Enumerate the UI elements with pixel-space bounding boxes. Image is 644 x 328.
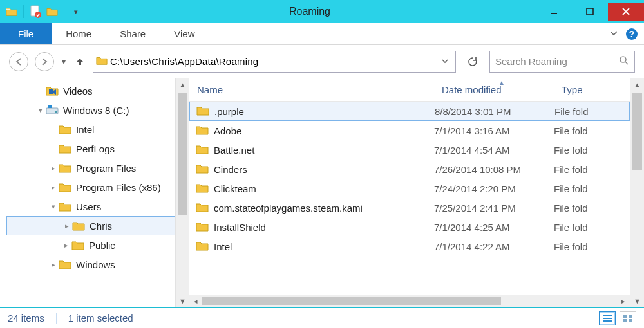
forward-button[interactable]: [35, 52, 54, 71]
svg-rect-17: [623, 319, 627, 322]
window-title: Roaming: [84, 6, 536, 17]
ribbon: File Home Share View ?: [0, 23, 644, 45]
maximize-button[interactable]: [572, 3, 608, 21]
minimize-button[interactable]: [536, 3, 572, 21]
back-button[interactable]: [9, 52, 28, 71]
svg-rect-15: [623, 315, 627, 318]
search-icon: [619, 55, 629, 68]
folder-icon: [196, 144, 209, 156]
tree-item-label: Public: [89, 240, 115, 251]
tree-item[interactable]: ▸Chris: [6, 216, 175, 235]
table-row[interactable]: Battle.net7/1/2014 4:54 AMFile fold: [189, 140, 630, 159]
help-icon[interactable]: ?: [626, 28, 638, 40]
file-name: com.stateofplaygames.steam.kami: [214, 203, 363, 214]
svg-point-6: [620, 57, 626, 62]
svg-rect-9: [46, 108, 58, 114]
column-header-name[interactable]: Name: [189, 84, 434, 95]
view-details-button[interactable]: [599, 311, 616, 325]
tree-item[interactable]: Videos: [6, 81, 175, 100]
file-type: File fold: [554, 222, 630, 233]
column-header-date[interactable]: Date modified: [434, 84, 554, 95]
tree-item-label: Windows 8 (C:): [63, 105, 129, 116]
tree-item[interactable]: ▸Windows: [6, 255, 175, 274]
table-row[interactable]: Clickteam7/24/2014 2:20 PMFile fold: [189, 179, 630, 198]
status-item-count: 24 items: [8, 313, 44, 323]
table-row[interactable]: Cinders7/26/2014 10:08 PMFile fold: [189, 159, 630, 179]
tree-expander-icon[interactable]: ▸: [62, 241, 71, 250]
view-thumbnails-button[interactable]: [620, 311, 636, 325]
navigation-tree: Videos▾Windows 8 (C:)IntelPerfLogs▸Progr…: [0, 78, 189, 307]
svg-rect-16: [629, 315, 632, 318]
tree-item[interactable]: ▸Program Files (x86): [6, 178, 175, 197]
file-date: 7/25/2014 2:41 PM: [434, 203, 554, 214]
address-input[interactable]: [110, 56, 437, 67]
folder-icon: [196, 221, 209, 233]
file-date: 7/1/2014 4:54 AM: [434, 145, 554, 156]
file-tab[interactable]: File: [0, 23, 52, 44]
tree-item-label: Videos: [63, 86, 93, 96]
folder-icon: [71, 221, 86, 231]
address-folder-icon: [96, 55, 108, 68]
tree-expander-icon[interactable]: ▸: [62, 222, 71, 230]
table-row[interactable]: Adobe7/1/2014 3:16 AMFile fold: [189, 121, 630, 140]
svg-rect-3: [587, 8, 593, 15]
qat-dropdown-icon[interactable]: ▾: [68, 4, 84, 19]
address-dropdown-icon[interactable]: [437, 56, 453, 67]
ribbon-expand-icon[interactable]: [609, 28, 618, 39]
folder-icon: [58, 182, 72, 192]
up-button[interactable]: [73, 55, 86, 68]
tab-view[interactable]: View: [160, 23, 209, 44]
list-vscrollbar[interactable]: ▲▼: [630, 78, 644, 307]
tree-expander-icon[interactable]: ▸: [49, 183, 58, 192]
qat-newfolder-icon[interactable]: [44, 4, 60, 19]
qat-properties-icon[interactable]: [28, 4, 43, 19]
close-button[interactable]: [608, 3, 644, 21]
tree-item-label: PerfLogs: [76, 143, 115, 154]
tab-share[interactable]: Share: [106, 23, 160, 44]
tree-item-label: Intel: [76, 124, 94, 135]
folder-icon: [58, 163, 72, 173]
folder-icon: [71, 240, 85, 250]
folder-icon: [196, 202, 209, 214]
folder-icon: [196, 125, 209, 137]
file-name: InstallShield: [214, 222, 266, 233]
window-system-icon[interactable]: [4, 4, 19, 19]
tree-item[interactable]: Intel: [6, 120, 175, 139]
file-date: 7/26/2014 10:08 PM: [434, 164, 554, 175]
tree-expander-icon[interactable]: ▾: [36, 106, 45, 114]
tab-home[interactable]: Home: [52, 23, 106, 44]
recent-locations-icon[interactable]: ▾: [61, 57, 67, 66]
tree-item-label: Program Files: [76, 163, 136, 174]
file-date: 7/1/2014 4:22 AM: [434, 241, 554, 252]
list-hscrollbar[interactable]: ◂ ▸: [189, 295, 630, 307]
tree-expander-icon[interactable]: ▸: [49, 260, 58, 269]
refresh-button[interactable]: [462, 56, 483, 68]
tree-expander-icon[interactable]: ▸: [49, 164, 58, 172]
file-type: File fold: [554, 145, 630, 156]
svg-rect-14: [603, 320, 612, 322]
file-type: File fold: [554, 241, 630, 252]
tree-item[interactable]: ▾Windows 8 (C:): [6, 100, 175, 120]
tree-item-label: Windows: [76, 259, 115, 270]
tree-item[interactable]: ▾Users: [6, 197, 175, 216]
tree-item[interactable]: PerfLogs: [6, 139, 175, 158]
tree-item[interactable]: ▸Program Files: [6, 158, 175, 178]
svg-rect-12: [603, 315, 612, 316]
status-bar: 24 items 1 item selected: [0, 307, 644, 328]
file-name: Adobe: [214, 125, 242, 136]
folder-icon: [196, 163, 209, 176]
table-row[interactable]: com.stateofplaygames.steam.kami7/25/2014…: [189, 198, 630, 217]
tree-expander-icon[interactable]: ▾: [49, 203, 58, 211]
table-row[interactable]: InstallShield7/1/2014 4:25 AMFile fold: [189, 217, 630, 237]
search-input[interactable]: [495, 56, 619, 67]
table-row[interactable]: Intel7/1/2014 4:22 AMFile fold: [189, 237, 630, 256]
table-row[interactable]: .purple8/8/2014 3:01 PMFile fold: [189, 102, 630, 121]
folder-icon: [58, 143, 72, 154]
svg-rect-8: [49, 89, 53, 94]
column-header-type[interactable]: Type: [554, 84, 630, 95]
address-bar[interactable]: [93, 51, 456, 73]
tree-scrollbar[interactable]: ▲▼: [175, 78, 189, 307]
file-type: File fold: [554, 125, 630, 136]
tree-item[interactable]: ▸Public: [6, 235, 175, 255]
search-box[interactable]: [489, 51, 635, 73]
